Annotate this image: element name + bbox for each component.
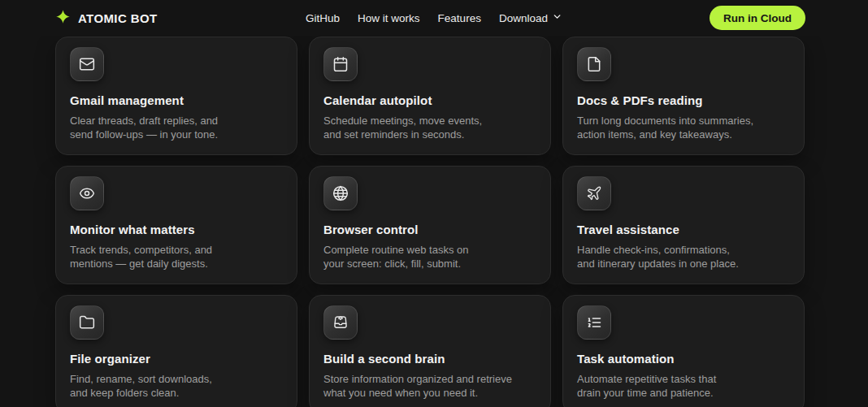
feature-card-travel-assistance: Travel assistance Handle check-ins, conf… (562, 166, 805, 284)
globe-icon (323, 176, 358, 210)
sparkle-icon (55, 9, 71, 28)
card-description: Find, rename, sort downloads, and keep f… (70, 373, 282, 400)
brand-logo[interactable]: ATOMIC BOT (55, 9, 158, 28)
card-title: Gmail management (70, 93, 282, 107)
nav-link-github[interactable]: GitHub (304, 9, 341, 28)
top-nav-bar: ATOMIC BOT GitHub How it works Features … (0, 0, 868, 36)
card-title: Travel assistance (577, 223, 789, 236)
features-grid: Gmail management Clear threads, draft re… (55, 37, 805, 407)
card-description: Automate repetitive tasks that drain you… (577, 373, 789, 400)
plane-icon (577, 176, 611, 210)
feature-card-gmail-management: Gmail management Clear threads, draft re… (55, 37, 297, 155)
card-description: Schedule meetings, move events, and set … (323, 115, 536, 141)
card-description: Turn long documents into summaries, acti… (577, 115, 789, 141)
inbox-icon (323, 305, 358, 340)
nav-link-features[interactable]: Features (436, 9, 483, 28)
card-description: Complete routine web tasks on your scree… (323, 244, 536, 271)
feature-card-calendar-autopilot: Calendar autopilot Schedule meetings, mo… (309, 37, 551, 155)
run-in-cloud-button[interactable]: Run in Cloud (710, 6, 805, 30)
feature-card-browser-control: Browser control Complete routine web tas… (309, 166, 551, 284)
ordered-list-icon (577, 305, 611, 340)
card-description: Track trends, competitors, and mentions … (70, 244, 282, 271)
nav-link-download[interactable]: Download (497, 8, 564, 28)
card-description: Store information organized and retrieve… (323, 373, 536, 400)
card-description: Clear threads, draft replies, and send f… (70, 115, 282, 141)
card-title: Monitor what matters (70, 223, 282, 236)
brand-name: ATOMIC BOT (78, 11, 158, 25)
feature-card-task-automation: Task automation Automate repetitive task… (562, 295, 805, 407)
nav-link-how-it-works[interactable]: How it works (356, 9, 422, 28)
card-description: Handle check-ins, confirmations, and iti… (577, 244, 789, 271)
feature-card-build-a-second-brain: Build a second brain Store information o… (309, 295, 551, 407)
feature-card-file-organizer: File organizer Find, rename, sort downlo… (55, 295, 297, 407)
mail-icon (70, 47, 104, 81)
card-title: Build a second brain (323, 352, 536, 366)
card-title: Calendar autopilot (323, 93, 536, 107)
eye-icon (70, 176, 104, 210)
card-title: Docs & PDFs reading (577, 93, 789, 107)
card-title: Task automation (577, 352, 789, 366)
nav-links: GitHub How it works Features Download (304, 8, 564, 28)
card-title: Browser control (323, 223, 536, 236)
folder-icon (70, 305, 104, 340)
calendar-icon (323, 47, 358, 81)
feature-card-docs-pdfs-reading: Docs & PDFs reading Turn long documents … (562, 37, 805, 155)
feature-card-monitor-what-matters: Monitor what matters Track trends, compe… (55, 166, 297, 284)
chevron-down-icon (552, 11, 562, 24)
file-icon (577, 47, 611, 81)
card-title: File organizer (70, 352, 282, 366)
